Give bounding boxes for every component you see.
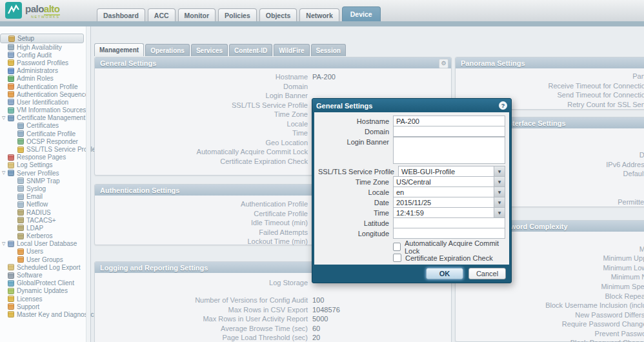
paloalto-logomark-icon	[5, 2, 22, 19]
top-tab-policies[interactable]: Policies	[218, 8, 257, 21]
content-tab-management[interactable]: Management	[94, 43, 144, 56]
content-tab-label: Management	[99, 46, 139, 54]
hostname-input[interactable]: PA-200 ▼	[393, 116, 505, 126]
edit-general-settings-button[interactable]: ⚙	[439, 59, 448, 68]
latitude-input[interactable]: ▼	[393, 217, 505, 228]
dropdown-arrow-icon[interactable]: ▼	[494, 197, 505, 207]
dropdown-arrow-icon[interactable]: ▼	[494, 177, 505, 186]
dialog-checkbox-label: Automatically Acquire Commit Lock	[405, 239, 505, 255]
sidebar-item-local-user-database[interactable]: ▽ Local User Database	[0, 240, 90, 248]
settings-label: Default IPv6 Gateway	[623, 170, 644, 177]
sidebar-item-user-identification[interactable]: ▽ User Identification	[0, 98, 90, 106]
content-tab-content-id[interactable]: Content-ID	[229, 44, 272, 56]
dropdown-arrow-icon[interactable]: ▼	[494, 187, 505, 197]
sidebar-item-software[interactable]: ▽ Software	[0, 271, 90, 279]
sidebar-item-config-audit[interactable]: ▽ Config Audit	[0, 51, 90, 59]
sidebar-item-kerberos[interactable]: ▽ Kerberos	[0, 232, 90, 240]
domain-input[interactable]: ▼	[393, 126, 505, 137]
acquire-commit-lock-checkbox[interactable]	[393, 243, 401, 251]
top-tab-device[interactable]: Device	[342, 6, 381, 21]
top-tab-network[interactable]: Network	[299, 8, 339, 21]
sidebar-item-support[interactable]: ▽ Support	[0, 303, 90, 310]
dialog-field-value: 2015/11/25	[394, 197, 494, 207]
time-select[interactable]: 12:41:59 ▼	[393, 207, 505, 218]
sidebar-item-high-availability[interactable]: ▽ High Availability	[0, 43, 90, 51]
sidebar-item-netflow[interactable]: ▽ Netflow	[0, 201, 90, 208]
settings-label: Default Gateway	[639, 151, 644, 159]
sidebar-item-email[interactable]: ▽ Email	[0, 193, 90, 201]
certificate-expiration-check-checkbox[interactable]	[393, 254, 401, 262]
log-settings-icon	[8, 162, 14, 168]
content-tab-operations[interactable]: Operations	[145, 44, 190, 56]
sidebar-item-user-groups[interactable]: ▽ User Groups	[0, 256, 90, 263]
sidebar-item-certificate-management[interactable]: ▽ Certificate Management	[0, 114, 90, 122]
sidebar-item-ocsp-responder[interactable]: ▽ OCSP Responder	[0, 137, 90, 145]
ssl-tls-service-profile-select[interactable]: WEB-GUI-Profile ▼	[398, 166, 505, 177]
sidebar-item-label: Local User Database	[17, 240, 77, 247]
sidebar-item-dynamic-updates[interactable]: ▽ Dynamic Updates	[0, 287, 90, 295]
dialog-field-value	[394, 137, 494, 163]
sidebar-item-authentication-profile[interactable]: ▽ Authentication Profile	[0, 83, 90, 90]
brand-alto: alto	[44, 3, 60, 15]
top-tab-dashboard[interactable]: Dashboard	[97, 8, 145, 21]
longitude-input[interactable]: ▼	[393, 228, 505, 239]
login-banner-textarea[interactable]: ▼	[393, 137, 505, 164]
sidebar-item-label: Dynamic Updates	[17, 287, 68, 294]
dialog-header: General Settings ?	[312, 99, 511, 112]
sidebar-item-scheduled-log-export[interactable]: ▽ Scheduled Log Export	[0, 263, 90, 271]
sidebar-item-authentication-sequence[interactable]: ▽ Authentication Sequence	[0, 90, 90, 98]
sidebar-item-certificate-profile[interactable]: ▽ Certificate Profile	[0, 130, 90, 137]
settings-value: 60	[312, 325, 320, 332]
sidebar-item-master-key-and-diagnostics[interactable]: ▽ Master Key and Diagnostics	[0, 310, 90, 318]
sidebar-item-label: Master Key and Diagnostics	[17, 311, 97, 318]
sidebar-item-setup[interactable]: ▽ Setup	[0, 34, 84, 43]
top-tab-acc[interactable]: ACC	[148, 8, 176, 21]
dialog-field-row: SSL/TLS Service Profile WEB-GUI-Profile …	[318, 166, 505, 176]
sidebar-item-snmp-trap[interactable]: ▽ SNMP Trap	[0, 177, 90, 185]
settings-row: Max Rows in CSV Export 1048576	[95, 305, 451, 315]
sidebar-scrollbar[interactable]	[86, 26, 90, 342]
sidebar-item-users[interactable]: ▽ Users	[0, 248, 90, 256]
dropdown-arrow-icon[interactable]: ▼	[494, 208, 505, 217]
sidebar-item-tacacs[interactable]: ▽ TACACS+	[0, 216, 90, 224]
content-tab-wildfire[interactable]: WildFire	[274, 44, 309, 56]
tacacs-icon	[17, 217, 24, 223]
dialog-field-row: Hostname PA-200 ▼	[318, 116, 505, 126]
top-tab-objects[interactable]: Objects	[259, 8, 297, 21]
time-zone-select[interactable]: US/Central ▼	[393, 176, 505, 187]
locale-select[interactable]: en ▼	[393, 186, 505, 197]
dropdown-arrow-icon[interactable]: ▼	[494, 166, 505, 176]
sidebar-item-password-profiles[interactable]: ▽ Password Profiles	[0, 59, 90, 66]
sidebar-item-label: Server Profiles	[17, 170, 59, 177]
sidebar-item-vm-information-sources[interactable]: ▽ VM Information Sources	[0, 106, 90, 114]
sidebar-item-radius[interactable]: ▽ RADIUS	[0, 208, 90, 216]
settings-row: Block Password Change Period (days)	[456, 338, 644, 342]
sidebar-item-ssl-tls-service-profile[interactable]: ▽ SSL/TLS Service Profile	[0, 145, 90, 153]
settings-label: Domain	[95, 83, 308, 90]
sidebar-item-licenses[interactable]: ▽ Licenses	[0, 295, 90, 303]
settings-value: PA-200	[312, 73, 336, 81]
kerberos-icon	[17, 233, 24, 239]
content-tab-session[interactable]: Session	[311, 44, 346, 56]
sidebar-item-log-settings[interactable]: ▽ Log Settings	[0, 161, 90, 169]
sidebar-item-server-profiles[interactable]: ▽ Server Profiles	[0, 169, 90, 177]
expander-icon[interactable]: ▽	[2, 116, 8, 121]
cancel-button[interactable]: Cancel	[468, 268, 506, 279]
sidebar-item-syslog[interactable]: ▽ Syslog	[0, 185, 90, 192]
sidebar-item-response-pages[interactable]: ▽ Response Pages	[0, 154, 90, 161]
sidebar-item-ldap[interactable]: ▽ LDAP	[0, 224, 90, 232]
ok-button[interactable]: OK	[426, 268, 463, 279]
dialog-field-row: Time 12:41:59 ▼	[318, 208, 505, 217]
sidebar-item-certificates[interactable]: ▽ Certificates	[0, 122, 90, 130]
date-select[interactable]: 2015/11/25 ▼	[393, 197, 505, 208]
expander-icon[interactable]: ▽	[2, 170, 8, 176]
server-profiles-icon	[8, 170, 14, 176]
top-tab-monitor[interactable]: Monitor	[178, 8, 216, 21]
content-tab-services[interactable]: Services	[191, 44, 228, 56]
sidebar-item-administrators[interactable]: ▽ Administrators	[0, 67, 90, 75]
sidebar-item-label: GlobalProtect Client	[17, 279, 74, 287]
help-icon[interactable]: ?	[499, 101, 507, 110]
expander-icon[interactable]: ▽	[2, 241, 8, 246]
sidebar-item-admin-roles[interactable]: ▽ Admin Roles	[0, 75, 90, 83]
sidebar-item-globalprotect-client[interactable]: ▽ GlobalProtect Client	[0, 279, 90, 287]
